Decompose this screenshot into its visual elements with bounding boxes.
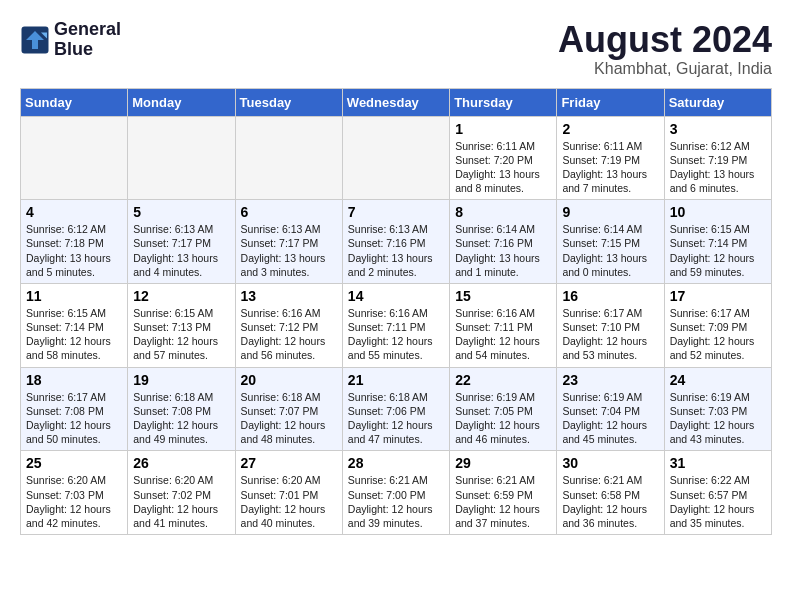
day-cell: 31Sunrise: 6:22 AM Sunset: 6:57 PM Dayli… bbox=[664, 451, 771, 535]
calendar-week-row: 18Sunrise: 6:17 AM Sunset: 7:08 PM Dayli… bbox=[21, 367, 772, 451]
day-info: Sunrise: 6:20 AM Sunset: 7:03 PM Dayligh… bbox=[26, 473, 122, 530]
day-info: Sunrise: 6:11 AM Sunset: 7:19 PM Dayligh… bbox=[562, 139, 658, 196]
page-title: August 2024 bbox=[558, 20, 772, 60]
day-cell: 16Sunrise: 6:17 AM Sunset: 7:10 PM Dayli… bbox=[557, 283, 664, 367]
day-cell: 25Sunrise: 6:20 AM Sunset: 7:03 PM Dayli… bbox=[21, 451, 128, 535]
day-cell: 22Sunrise: 6:19 AM Sunset: 7:05 PM Dayli… bbox=[450, 367, 557, 451]
day-info: Sunrise: 6:17 AM Sunset: 7:08 PM Dayligh… bbox=[26, 390, 122, 447]
day-number: 26 bbox=[133, 455, 229, 471]
day-number: 4 bbox=[26, 204, 122, 220]
calendar-header-row: SundayMondayTuesdayWednesdayThursdayFrid… bbox=[21, 88, 772, 116]
day-info: Sunrise: 6:12 AM Sunset: 7:19 PM Dayligh… bbox=[670, 139, 766, 196]
day-number: 24 bbox=[670, 372, 766, 388]
day-info: Sunrise: 6:13 AM Sunset: 7:17 PM Dayligh… bbox=[133, 222, 229, 279]
day-info: Sunrise: 6:20 AM Sunset: 7:02 PM Dayligh… bbox=[133, 473, 229, 530]
day-number: 28 bbox=[348, 455, 444, 471]
day-number: 22 bbox=[455, 372, 551, 388]
day-info: Sunrise: 6:16 AM Sunset: 7:11 PM Dayligh… bbox=[455, 306, 551, 363]
day-info: Sunrise: 6:19 AM Sunset: 7:05 PM Dayligh… bbox=[455, 390, 551, 447]
day-number: 30 bbox=[562, 455, 658, 471]
day-info: Sunrise: 6:12 AM Sunset: 7:18 PM Dayligh… bbox=[26, 222, 122, 279]
page-subtitle: Khambhat, Gujarat, India bbox=[558, 60, 772, 78]
day-cell: 28Sunrise: 6:21 AM Sunset: 7:00 PM Dayli… bbox=[342, 451, 449, 535]
calendar-week-row: 11Sunrise: 6:15 AM Sunset: 7:14 PM Dayli… bbox=[21, 283, 772, 367]
day-cell: 26Sunrise: 6:20 AM Sunset: 7:02 PM Dayli… bbox=[128, 451, 235, 535]
day-number: 16 bbox=[562, 288, 658, 304]
logo-line2: Blue bbox=[54, 40, 121, 60]
day-info: Sunrise: 6:16 AM Sunset: 7:12 PM Dayligh… bbox=[241, 306, 337, 363]
day-cell: 21Sunrise: 6:18 AM Sunset: 7:06 PM Dayli… bbox=[342, 367, 449, 451]
day-cell: 12Sunrise: 6:15 AM Sunset: 7:13 PM Dayli… bbox=[128, 283, 235, 367]
day-number: 2 bbox=[562, 121, 658, 137]
day-info: Sunrise: 6:14 AM Sunset: 7:15 PM Dayligh… bbox=[562, 222, 658, 279]
day-cell: 5Sunrise: 6:13 AM Sunset: 7:17 PM Daylig… bbox=[128, 200, 235, 284]
logo-text: General Blue bbox=[54, 20, 121, 60]
logo-icon bbox=[20, 25, 50, 55]
day-cell: 6Sunrise: 6:13 AM Sunset: 7:17 PM Daylig… bbox=[235, 200, 342, 284]
col-header-tuesday: Tuesday bbox=[235, 88, 342, 116]
day-cell: 3Sunrise: 6:12 AM Sunset: 7:19 PM Daylig… bbox=[664, 116, 771, 200]
calendar-week-row: 4Sunrise: 6:12 AM Sunset: 7:18 PM Daylig… bbox=[21, 200, 772, 284]
day-info: Sunrise: 6:21 AM Sunset: 6:59 PM Dayligh… bbox=[455, 473, 551, 530]
day-cell: 14Sunrise: 6:16 AM Sunset: 7:11 PM Dayli… bbox=[342, 283, 449, 367]
day-number: 5 bbox=[133, 204, 229, 220]
day-number: 12 bbox=[133, 288, 229, 304]
day-number: 23 bbox=[562, 372, 658, 388]
col-header-monday: Monday bbox=[128, 88, 235, 116]
day-number: 14 bbox=[348, 288, 444, 304]
day-number: 17 bbox=[670, 288, 766, 304]
day-cell: 2Sunrise: 6:11 AM Sunset: 7:19 PM Daylig… bbox=[557, 116, 664, 200]
day-cell: 17Sunrise: 6:17 AM Sunset: 7:09 PM Dayli… bbox=[664, 283, 771, 367]
day-info: Sunrise: 6:18 AM Sunset: 7:06 PM Dayligh… bbox=[348, 390, 444, 447]
empty-cell bbox=[128, 116, 235, 200]
day-cell: 9Sunrise: 6:14 AM Sunset: 7:15 PM Daylig… bbox=[557, 200, 664, 284]
day-number: 25 bbox=[26, 455, 122, 471]
day-cell: 20Sunrise: 6:18 AM Sunset: 7:07 PM Dayli… bbox=[235, 367, 342, 451]
day-info: Sunrise: 6:18 AM Sunset: 7:07 PM Dayligh… bbox=[241, 390, 337, 447]
day-number: 19 bbox=[133, 372, 229, 388]
col-header-friday: Friday bbox=[557, 88, 664, 116]
logo: General Blue bbox=[20, 20, 121, 60]
day-number: 3 bbox=[670, 121, 766, 137]
day-info: Sunrise: 6:22 AM Sunset: 6:57 PM Dayligh… bbox=[670, 473, 766, 530]
day-info: Sunrise: 6:11 AM Sunset: 7:20 PM Dayligh… bbox=[455, 139, 551, 196]
day-cell: 30Sunrise: 6:21 AM Sunset: 6:58 PM Dayli… bbox=[557, 451, 664, 535]
day-info: Sunrise: 6:18 AM Sunset: 7:08 PM Dayligh… bbox=[133, 390, 229, 447]
day-number: 27 bbox=[241, 455, 337, 471]
day-cell: 18Sunrise: 6:17 AM Sunset: 7:08 PM Dayli… bbox=[21, 367, 128, 451]
day-info: Sunrise: 6:15 AM Sunset: 7:13 PM Dayligh… bbox=[133, 306, 229, 363]
day-cell: 4Sunrise: 6:12 AM Sunset: 7:18 PM Daylig… bbox=[21, 200, 128, 284]
day-number: 9 bbox=[562, 204, 658, 220]
day-number: 6 bbox=[241, 204, 337, 220]
day-cell: 23Sunrise: 6:19 AM Sunset: 7:04 PM Dayli… bbox=[557, 367, 664, 451]
day-info: Sunrise: 6:21 AM Sunset: 6:58 PM Dayligh… bbox=[562, 473, 658, 530]
day-info: Sunrise: 6:19 AM Sunset: 7:04 PM Dayligh… bbox=[562, 390, 658, 447]
empty-cell bbox=[21, 116, 128, 200]
day-number: 29 bbox=[455, 455, 551, 471]
day-cell: 24Sunrise: 6:19 AM Sunset: 7:03 PM Dayli… bbox=[664, 367, 771, 451]
day-cell: 27Sunrise: 6:20 AM Sunset: 7:01 PM Dayli… bbox=[235, 451, 342, 535]
day-cell: 8Sunrise: 6:14 AM Sunset: 7:16 PM Daylig… bbox=[450, 200, 557, 284]
col-header-saturday: Saturday bbox=[664, 88, 771, 116]
day-cell: 1Sunrise: 6:11 AM Sunset: 7:20 PM Daylig… bbox=[450, 116, 557, 200]
title-block: August 2024 Khambhat, Gujarat, India bbox=[558, 20, 772, 78]
day-number: 10 bbox=[670, 204, 766, 220]
day-number: 31 bbox=[670, 455, 766, 471]
calendar-table: SundayMondayTuesdayWednesdayThursdayFrid… bbox=[20, 88, 772, 535]
day-cell: 11Sunrise: 6:15 AM Sunset: 7:14 PM Dayli… bbox=[21, 283, 128, 367]
day-cell: 19Sunrise: 6:18 AM Sunset: 7:08 PM Dayli… bbox=[128, 367, 235, 451]
day-cell: 29Sunrise: 6:21 AM Sunset: 6:59 PM Dayli… bbox=[450, 451, 557, 535]
empty-cell bbox=[235, 116, 342, 200]
day-cell: 10Sunrise: 6:15 AM Sunset: 7:14 PM Dayli… bbox=[664, 200, 771, 284]
day-info: Sunrise: 6:14 AM Sunset: 7:16 PM Dayligh… bbox=[455, 222, 551, 279]
calendar-week-row: 1Sunrise: 6:11 AM Sunset: 7:20 PM Daylig… bbox=[21, 116, 772, 200]
day-cell: 15Sunrise: 6:16 AM Sunset: 7:11 PM Dayli… bbox=[450, 283, 557, 367]
day-number: 13 bbox=[241, 288, 337, 304]
day-info: Sunrise: 6:19 AM Sunset: 7:03 PM Dayligh… bbox=[670, 390, 766, 447]
calendar-week-row: 25Sunrise: 6:20 AM Sunset: 7:03 PM Dayli… bbox=[21, 451, 772, 535]
day-number: 11 bbox=[26, 288, 122, 304]
day-info: Sunrise: 6:21 AM Sunset: 7:00 PM Dayligh… bbox=[348, 473, 444, 530]
day-info: Sunrise: 6:17 AM Sunset: 7:10 PM Dayligh… bbox=[562, 306, 658, 363]
day-cell: 7Sunrise: 6:13 AM Sunset: 7:16 PM Daylig… bbox=[342, 200, 449, 284]
day-number: 20 bbox=[241, 372, 337, 388]
